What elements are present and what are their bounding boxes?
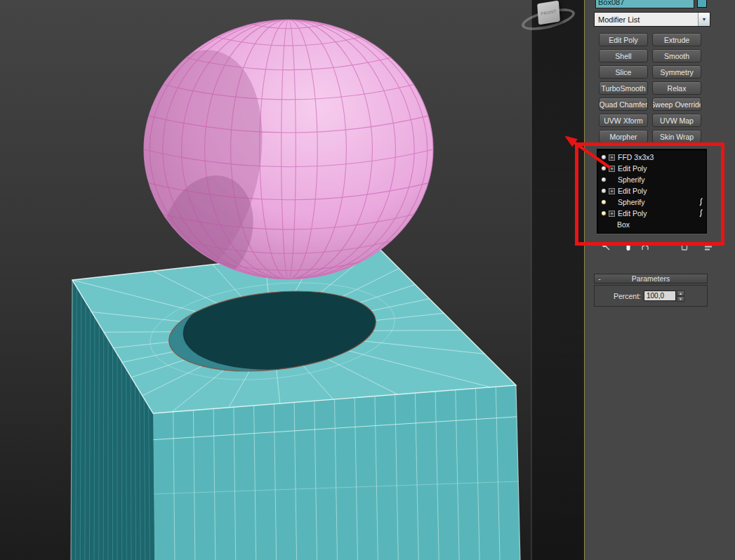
parameters-rollout-header[interactable]: - Parameters	[594, 274, 708, 284]
stack-item-spherify-1[interactable]: Spherify	[597, 174, 706, 185]
modifier-button-uvw-map[interactable]: UVW Map	[652, 114, 701, 127]
stack-item-ffd-3x3x3[interactable]: + FFD 3x3x3	[597, 152, 706, 163]
stack-item-label: Edit Poly	[618, 164, 647, 173]
spinner-up-icon[interactable]: ▲	[677, 291, 684, 296]
stack-item-label: Edit Poly	[618, 187, 647, 195]
percent-label: Percent:	[607, 292, 641, 300]
modifier-button-skin-wrap[interactable]: Skin Wrap	[652, 130, 701, 143]
gizmo-label: FRONT	[541, 9, 557, 16]
rollout-title: Parameters	[604, 274, 697, 283]
modifier-button-morpher[interactable]: Morpher	[599, 130, 648, 143]
modifier-button-sweep-override[interactable]: Sweep Override	[652, 98, 701, 111]
remove-modifier-icon[interactable]	[679, 241, 690, 252]
stack-item-box[interactable]: Box	[597, 219, 706, 230]
modifier-list-label: Modifier List	[595, 15, 698, 24]
stack-item-label: FFD 3x3x3	[618, 153, 654, 161]
percent-field[interactable]	[644, 291, 676, 301]
front-view-cube[interactable]: FRONT	[537, 1, 560, 25]
chevron-down-icon[interactable]: ▼	[698, 13, 710, 26]
spinner-down-icon[interactable]: ▼	[677, 296, 684, 302]
bulb-icon[interactable]	[601, 199, 607, 205]
modifier-button-turbosmooth[interactable]: TurboSmooth	[599, 81, 648, 95]
modifier-stack-list: + FFD 3x3x3 + Edit Poly Spherify + Edit …	[597, 149, 707, 234]
modifier-button-shell[interactable]: Shell	[599, 49, 648, 62]
viewport-navigation-gizmo[interactable]: FRONT	[519, 0, 578, 39]
command-panel: Modifier List ▼ Edit Poly Extrude Shell …	[584, 0, 735, 560]
bulb-icon[interactable]	[601, 166, 607, 171]
stack-item-label: Box	[617, 220, 630, 229]
object-color-swatch[interactable]	[697, 0, 707, 8]
modifier-button-grid: Edit Poly Extrude Shell Smooth Slice Sym…	[599, 33, 701, 143]
bulb-icon[interactable]	[601, 154, 607, 160]
viewport-3d[interactable]: FRONT	[0, 0, 585, 560]
modifier-button-slice[interactable]: Slice	[599, 65, 648, 79]
stack-toolbar	[597, 241, 717, 253]
parameters-rollout-body: Percent: ▲ ▼	[594, 285, 708, 307]
modifier-button-relax[interactable]: Relax	[652, 81, 701, 95]
modifier-button-edit-poly-1[interactable]: Edit Poly	[599, 33, 648, 46]
modifier-button-smooth[interactable]: Smooth	[652, 49, 701, 62]
configure-modifier-sets-icon[interactable]	[703, 241, 714, 252]
modifier-button-quad-chamfer[interactable]: Quad Chamfer	[599, 98, 648, 111]
bulb-icon[interactable]	[601, 188, 607, 194]
pin-stack-icon[interactable]	[600, 241, 611, 252]
expand-icon[interactable]: +	[609, 166, 615, 172]
stack-item-spherify-2[interactable]: Spherify	[597, 196, 706, 208]
modifier-button-symmetry[interactable]: Symmetry	[652, 65, 701, 79]
expand-icon[interactable]: +	[609, 211, 615, 217]
modifier-button-uvw-xform[interactable]: UVW Xform	[599, 114, 648, 127]
collapse-icon[interactable]: -	[595, 274, 604, 283]
instance-squiggle-icon	[698, 198, 703, 208]
stack-item-edit-poly-1[interactable]: + Edit Poly	[597, 163, 706, 174]
stack-item-label: Spherify	[618, 198, 645, 206]
bulb-icon[interactable]	[601, 177, 607, 182]
expand-icon[interactable]: +	[609, 188, 615, 194]
modifier-button-extrude[interactable]: Extrude	[652, 33, 701, 46]
percent-spinner[interactable]: ▲ ▼	[677, 291, 684, 301]
stack-item-edit-poly-2[interactable]: + Edit Poly	[597, 185, 706, 196]
stack-item-label: Edit Poly	[618, 209, 647, 218]
make-unique-icon[interactable]	[640, 241, 651, 252]
stack-item-label: Spherify	[618, 175, 645, 184]
modifier-list-dropdown[interactable]: Modifier List ▼	[594, 12, 710, 27]
expand-icon[interactable]: +	[609, 154, 615, 161]
stack-item-edit-poly-3[interactable]: + Edit Poly	[597, 208, 706, 219]
instance-squiggle-icon	[698, 209, 703, 219]
show-end-result-icon[interactable]	[623, 241, 634, 252]
object-name-field[interactable]	[595, 0, 694, 8]
bulb-icon[interactable]	[601, 211, 607, 216]
object-name-row	[595, 0, 720, 8]
viewport-canvas[interactable]	[0, 0, 585, 560]
